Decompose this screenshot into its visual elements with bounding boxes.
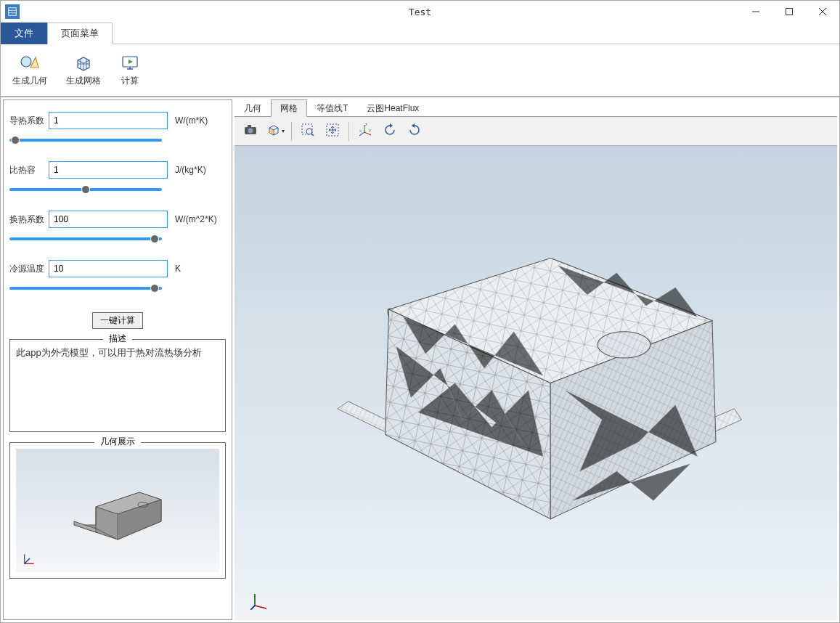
zoom-extents-button[interactable] <box>321 120 344 143</box>
ribbon-compute[interactable]: 计算 <box>117 50 143 90</box>
window-title: Test <box>409 7 431 17</box>
view-tab-contour[interactable]: 等值线T <box>307 99 357 117</box>
fit-arrows-icon <box>325 122 341 140</box>
description-text: 此app为外壳模型，可以用于热对流热场分析 <box>16 346 219 425</box>
unit-label: K <box>175 264 181 274</box>
mesh-render <box>235 146 837 620</box>
heat-transfer-slider[interactable] <box>9 237 162 240</box>
unit-label: W/(m^2*K) <box>175 214 217 224</box>
svg-text:z: z <box>365 122 367 126</box>
unit-label: W/(m*K) <box>175 115 208 126</box>
svg-rect-0 <box>9 8 17 16</box>
rotate-cw-button[interactable] <box>403 120 426 143</box>
unit-label: J/(kg*K) <box>175 165 206 175</box>
svg-point-18 <box>306 129 312 134</box>
rotate-ccw-button[interactable] <box>378 120 401 143</box>
zoom-box-icon <box>300 122 316 140</box>
screenshot-button[interactable] <box>239 120 262 143</box>
svg-rect-15 <box>248 125 251 127</box>
svg-line-12 <box>25 558 30 563</box>
thermal-conductivity-input[interactable] <box>49 112 168 129</box>
view-tabs: 几何 网格 等值线T 云图HeatFlux <box>235 99 837 117</box>
rotate-cw-icon <box>407 122 423 140</box>
thermal-conductivity-slider[interactable] <box>9 139 162 142</box>
ribbon-generate-mesh[interactable]: 生成网格 <box>63 50 104 90</box>
ribbon-tabs: 文件 页面菜单 <box>1 23 839 44</box>
toolbar-separator <box>348 122 349 141</box>
axis-orientation-button[interactable]: zyx <box>354 120 377 143</box>
svg-rect-2 <box>786 9 793 15</box>
maximize-button[interactable] <box>772 1 806 23</box>
param-label-cold-temp: 冷源温度 <box>9 263 44 275</box>
chevron-down-icon: ▾ <box>282 128 285 134</box>
cube-icon <box>266 122 282 140</box>
description-fieldset: 描述 此app为外壳模型，可以用于热对流热场分析 <box>9 339 226 432</box>
geometry-preview-fieldset: 几何展示 <box>9 442 226 579</box>
geometry-preview-viewport[interactable] <box>16 449 219 572</box>
xyz-axis-icon: zyx <box>357 122 373 140</box>
svg-point-5 <box>21 57 31 67</box>
param-label-heat-transfer: 换热系数 <box>9 213 44 226</box>
specific-heat-slider[interactable] <box>9 188 162 191</box>
axis-gizmo-icon <box>250 591 269 610</box>
view-tab-cloud[interactable]: 云图HeatFlux <box>357 99 428 117</box>
ribbon-label: 生成几何 <box>12 75 47 87</box>
geometry-thumbnail <box>52 467 183 554</box>
one-click-compute-button[interactable]: 一键计算 <box>92 312 143 329</box>
toolbar-separator <box>291 122 292 141</box>
axis-gizmo-icon <box>22 550 38 566</box>
svg-text:y: y <box>369 128 371 132</box>
specific-heat-input[interactable] <box>49 161 168 179</box>
view-tab-geometry[interactable]: 几何 <box>235 99 271 117</box>
ribbon-generate-geometry[interactable]: 生成几何 <box>9 50 50 90</box>
cold-source-temp-slider[interactable] <box>9 287 162 290</box>
view-tab-mesh[interactable]: 网格 <box>271 99 307 117</box>
svg-line-22 <box>364 132 371 135</box>
rotate-ccw-icon <box>382 122 398 140</box>
ribbon-label: 计算 <box>121 75 139 87</box>
svg-line-19 <box>311 134 314 136</box>
view-cube-button[interactable]: ▾ <box>264 120 287 143</box>
app-icon <box>5 4 20 19</box>
minimize-button[interactable] <box>739 1 772 23</box>
svg-point-28 <box>598 332 651 358</box>
svg-text:x: x <box>359 129 362 133</box>
svg-point-14 <box>248 129 253 134</box>
description-legend: 描述 <box>103 333 132 345</box>
viewport-toolbar: ▾ zyx <box>235 117 837 146</box>
play-monitor-icon <box>120 53 140 73</box>
svg-line-31 <box>250 606 255 610</box>
zoom-window-button[interactable] <box>296 120 319 143</box>
heat-transfer-input[interactable] <box>49 211 168 228</box>
ribbon-label: 生成网格 <box>66 75 101 87</box>
mesh-cube-icon <box>73 53 94 73</box>
param-label-spec-heat: 比热容 <box>9 164 44 176</box>
titlebar: Test <box>1 1 839 23</box>
param-label-thermal-cond: 导热系数 <box>9 115 44 127</box>
camera-icon <box>242 122 258 140</box>
cold-source-temp-input[interactable] <box>49 260 168 277</box>
svg-line-30 <box>255 606 266 608</box>
geometry-preview-legend: 几何展示 <box>94 436 141 448</box>
3d-viewport[interactable] <box>235 146 837 620</box>
parameters-panel: 导热系数 W/(m*K) 比热容 J/(kg*K) 换热系数 W/(m^2*K)… <box>3 99 232 620</box>
sphere-cone-icon <box>20 53 40 73</box>
close-button[interactable] <box>806 1 839 23</box>
tab-file[interactable]: 文件 <box>1 23 47 44</box>
tab-page-menu[interactable]: 页面菜单 <box>47 23 113 44</box>
ribbon: 生成几何 生成网格 计算 <box>1 44 839 97</box>
svg-rect-16 <box>269 130 274 134</box>
